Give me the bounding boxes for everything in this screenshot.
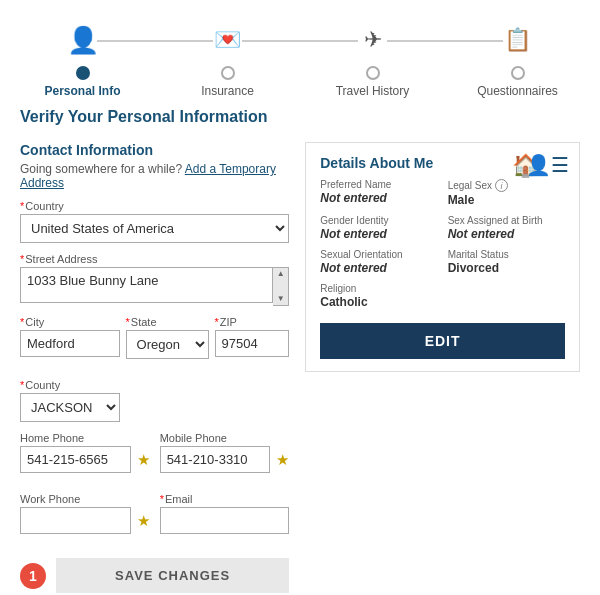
notification-badge: 1 xyxy=(20,563,46,589)
step-travel-history[interactable]: ✈ Travel History xyxy=(300,18,445,98)
state-field-group: *State Oregon xyxy=(126,316,209,359)
page-content: Verify Your Personal Information Contact… xyxy=(0,108,600,595)
save-row: 1 SAVE CHANGES xyxy=(20,558,289,593)
country-required-star: * xyxy=(20,200,24,212)
zip-input[interactable] xyxy=(215,330,290,357)
city-field-group: *City xyxy=(20,316,120,359)
page-title: Verify Your Personal Information xyxy=(20,108,580,126)
sex-at-birth-value: Not entered xyxy=(448,227,565,241)
city-input[interactable] xyxy=(20,330,120,357)
sex-at-birth-col: Sex Assigned at Birth Not entered xyxy=(448,215,565,241)
mobile-phone-input-row: ★ xyxy=(160,446,290,473)
street-required-star: * xyxy=(20,253,24,265)
step-circle-insurance xyxy=(221,66,235,80)
temp-address-prompt: Going somewhere for a while? xyxy=(20,162,182,176)
state-select[interactable]: Oregon xyxy=(126,330,209,359)
work-phone-input[interactable] xyxy=(20,507,131,534)
sex-at-birth-label: Sex Assigned at Birth xyxy=(448,215,565,226)
contact-info-panel: Contact Information Going somewhere for … xyxy=(20,142,289,593)
mobile-phone-group: Mobile Phone ★ xyxy=(160,432,290,473)
county-select[interactable]: JACKSON xyxy=(20,393,120,422)
email-label: *Email xyxy=(160,493,290,505)
street-input[interactable] xyxy=(20,267,273,303)
religion-col: Religion Catholic xyxy=(320,283,565,309)
scroll-handle: ▲ ▼ xyxy=(273,267,289,306)
preferred-name-label: Preferred Name xyxy=(320,179,437,190)
preferred-name-legal-sex-row: Preferred Name Not entered Legal Sex i M… xyxy=(320,179,565,207)
person-icon: 👤 xyxy=(61,18,105,62)
mobile-phone-label: Mobile Phone xyxy=(160,432,290,444)
country-label: *Country xyxy=(20,200,289,212)
step-label-personal-info: Personal Info xyxy=(44,84,120,98)
home-mobile-phone-row: Home Phone ★ Mobile Phone ★ xyxy=(20,432,289,483)
country-select[interactable]: United States of America xyxy=(20,214,289,243)
email-group: *Email xyxy=(160,493,290,534)
step-circle-travel-history xyxy=(366,66,380,80)
street-field-group: *Street Address ▲ ▼ xyxy=(20,253,289,306)
legal-sex-info-icon[interactable]: i xyxy=(495,179,508,192)
religion-value: Catholic xyxy=(320,295,565,309)
step-label-questionnaires: Questionnaires xyxy=(477,84,558,98)
gender-sex-birth-row: Gender Identity Not entered Sex Assigned… xyxy=(320,215,565,241)
legal-sex-value: Male xyxy=(448,193,565,207)
temp-address-row: Going somewhere for a while? Add a Tempo… xyxy=(20,162,289,190)
religion-row: Religion Catholic xyxy=(320,283,565,309)
country-field-group: *Country United States of America xyxy=(20,200,289,243)
city-label: *City xyxy=(20,316,120,328)
mobile-phone-star-icon[interactable]: ★ xyxy=(276,451,289,469)
state-label: *State xyxy=(126,316,209,328)
marital-status-value: Divorced xyxy=(448,261,565,275)
legal-sex-label: Legal Sex i xyxy=(448,179,565,192)
county-field-group: *County JACKSON xyxy=(20,379,289,422)
home-phone-label: Home Phone xyxy=(20,432,150,444)
work-phone-group: Work Phone ★ xyxy=(20,493,150,534)
step-circle-questionnaires xyxy=(511,66,525,80)
plane-icon: ✈ xyxy=(351,18,395,62)
preferred-name-value: Not entered xyxy=(320,191,437,205)
zip-field-group: *ZIP xyxy=(215,316,290,359)
work-phone-label: Work Phone xyxy=(20,493,150,505)
email-input[interactable] xyxy=(160,507,290,534)
legal-sex-col: Legal Sex i Male xyxy=(448,179,565,207)
clipboard-icon: 📋 xyxy=(496,18,540,62)
religion-label: Religion xyxy=(320,283,565,294)
id-card-icon: 👤☰ xyxy=(526,153,569,177)
step-questionnaires[interactable]: 📋 Questionnaires xyxy=(445,18,590,98)
step-insurance[interactable]: 💌 Insurance xyxy=(155,18,300,98)
county-label: *County xyxy=(20,379,120,391)
progress-bar: 👤 Personal Info 💌 Insurance ✈ Travel His… xyxy=(0,0,600,108)
contact-info-title: Contact Information xyxy=(20,142,289,158)
save-changes-button[interactable]: SAVE CHANGES xyxy=(56,558,289,593)
edit-button[interactable]: EDIT xyxy=(320,323,565,359)
two-column-layout: Contact Information Going somewhere for … xyxy=(20,142,580,593)
envelope-icon: 💌 xyxy=(206,18,250,62)
marital-status-col: Marital Status Divorced xyxy=(448,249,565,275)
sexual-orientation-label: Sexual Orientation xyxy=(320,249,437,260)
step-circle-personal-info xyxy=(76,66,90,80)
home-phone-group: Home Phone ★ xyxy=(20,432,150,473)
scroll-up-arrow: ▲ xyxy=(277,270,285,278)
gender-identity-value: Not entered xyxy=(320,227,437,241)
work-phone-input-row: ★ xyxy=(20,507,150,534)
preferred-name-col: Preferred Name Not entered xyxy=(320,179,437,207)
gender-identity-col: Gender Identity Not entered xyxy=(320,215,437,241)
scroll-down-arrow: ▼ xyxy=(277,295,285,303)
sexual-orientation-col: Sexual Orientation Not entered xyxy=(320,249,437,275)
street-label: *Street Address xyxy=(20,253,289,265)
step-label-travel-history: Travel History xyxy=(336,84,410,98)
home-phone-input-row: ★ xyxy=(20,446,150,473)
home-phone-star-icon[interactable]: ★ xyxy=(137,451,150,469)
marital-status-label: Marital Status xyxy=(448,249,565,260)
details-panel: Details About Me 🏠 👤☰ Preferred Name Not… xyxy=(305,142,580,372)
mobile-phone-input[interactable] xyxy=(160,446,271,473)
zip-label: *ZIP xyxy=(215,316,290,328)
step-label-insurance: Insurance xyxy=(201,84,254,98)
home-phone-input[interactable] xyxy=(20,446,131,473)
work-email-row: Work Phone ★ *Email xyxy=(20,493,289,544)
step-personal-info[interactable]: 👤 Personal Info xyxy=(10,18,155,98)
orientation-marital-row: Sexual Orientation Not entered Marital S… xyxy=(320,249,565,275)
street-input-wrapper: ▲ ▼ xyxy=(20,267,289,306)
work-phone-star-icon[interactable]: ★ xyxy=(137,512,150,530)
sexual-orientation-value: Not entered xyxy=(320,261,437,275)
gender-identity-label: Gender Identity xyxy=(320,215,437,226)
